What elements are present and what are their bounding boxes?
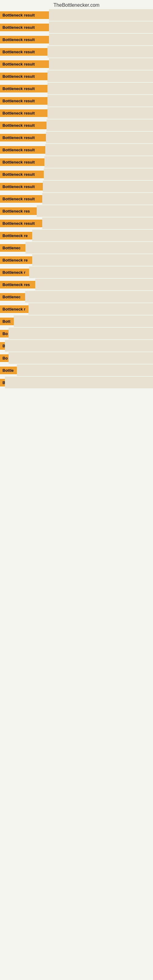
list-item: Bottleneck result [0, 218, 153, 229]
list-item: Bottleneck result [0, 156, 153, 168]
bar-segment [48, 95, 153, 107]
list-item: Bottleneck r [0, 266, 153, 278]
list-item: Bottleneck re [0, 254, 153, 266]
list-item: Bottleneck result [0, 21, 153, 33]
list-item: Bottleneck result [0, 9, 153, 21]
list-item: Bottleneck result [0, 119, 153, 131]
list-item: Bottleneck r [0, 303, 153, 315]
list-item: B [0, 340, 153, 352]
list-item: Bottleneck result [0, 34, 153, 45]
list-item: Bottleneck result [0, 83, 153, 94]
bar-segment [43, 181, 153, 192]
bottleneck-badge[interactable]: Bottleneck result [0, 183, 43, 191]
bottleneck-badge[interactable]: Bottleneck result [0, 85, 48, 92]
list-item: Bo [0, 352, 153, 364]
bottleneck-badge[interactable]: Bottleneck result [0, 134, 46, 142]
list-item [0, 438, 153, 450]
bottleneck-badge[interactable]: Bo [0, 330, 9, 337]
list-item: Bottleneck result [0, 70, 153, 82]
bottleneck-badge[interactable]: Bottleneck r [0, 269, 29, 276]
list-item: Bottlenec [0, 242, 153, 254]
bottleneck-badge[interactable]: Bottleneck r [0, 305, 29, 313]
bottleneck-badge[interactable]: Bottleneck result [0, 146, 45, 154]
bar-segment [45, 144, 153, 156]
list-item: Bottleneck result [0, 144, 153, 156]
bottleneck-badge[interactable]: Bottleneck result [0, 48, 48, 56]
bar-segment [49, 58, 153, 70]
list-item: Bottleneck result [0, 58, 153, 70]
site-title: TheBottlenecker.com [0, 0, 153, 9]
list-item: Bottleneck result [0, 46, 153, 57]
list-item: Bottleneck res [0, 279, 153, 290]
list-item [0, 475, 153, 486]
bar-segment [45, 156, 153, 168]
bottleneck-badge[interactable]: Bott [0, 318, 14, 325]
bar-segment [9, 328, 153, 339]
bar-segment [37, 205, 153, 217]
bottleneck-badge[interactable]: Bottlenec [0, 244, 26, 252]
bar-segment [48, 70, 153, 82]
list-item: Bott [0, 315, 153, 327]
list-item [0, 401, 153, 413]
bottleneck-badge[interactable]: Bottleneck re [0, 256, 32, 264]
bar-segment [48, 83, 153, 94]
bottleneck-badge[interactable]: Bottleneck res [0, 281, 35, 288]
bottleneck-badge[interactable]: Bottleneck result [0, 170, 44, 178]
list-item [0, 426, 153, 438]
bottleneck-badge[interactable]: Bottleneck result [0, 195, 42, 203]
bar-segment [42, 218, 153, 229]
bar-segment [49, 9, 153, 21]
bottleneck-badge[interactable]: Bottleneck result [0, 60, 49, 68]
list-item: Bottleneck result [0, 169, 153, 180]
bottleneck-badge[interactable]: Bottleneck result [0, 11, 49, 19]
bottleneck-badge[interactable]: Bottleneck result [0, 24, 49, 31]
bottleneck-badge[interactable]: Bottleneck result [0, 73, 48, 80]
bar-segment [32, 230, 153, 241]
bottleneck-badge[interactable]: Bottleneck result [0, 97, 48, 105]
bar-segment [49, 34, 153, 45]
bar-segment [48, 46, 153, 57]
list-item: Bottle [0, 364, 153, 376]
list-item [0, 463, 153, 474]
list-item: Bottlenec [0, 291, 153, 302]
bar-segment [46, 119, 153, 131]
bar-segment [26, 242, 153, 254]
bottleneck-badge[interactable]: Bottleneck result [0, 109, 48, 117]
bar-segment [5, 340, 153, 352]
list-item [0, 389, 153, 401]
bar-segment [17, 364, 153, 376]
bar-segment [48, 107, 153, 119]
list-item: Bottleneck result [0, 193, 153, 205]
list-item: Bottleneck res [0, 205, 153, 217]
bar-segment [29, 266, 153, 278]
bottleneck-badge[interactable]: Bottlenec [0, 293, 25, 301]
bottleneck-badge[interactable]: Bottleneck result [0, 122, 46, 129]
bar-segment [29, 303, 153, 315]
bottleneck-badge[interactable]: Bottleneck re [0, 232, 32, 240]
bar-segment [35, 279, 153, 290]
list-item: Bottleneck result [0, 132, 153, 143]
list-item: Bottleneck result [0, 95, 153, 107]
bottleneck-badge[interactable]: B [0, 342, 5, 350]
bottleneck-badge[interactable]: Bo [0, 354, 9, 362]
bottleneck-list: Bottleneck resultBottleneck resultBottle… [0, 9, 153, 486]
bottleneck-badge[interactable]: Bottleneck res [0, 207, 37, 215]
bar-segment [5, 377, 153, 388]
bar-segment [9, 352, 153, 364]
bottleneck-badge[interactable]: B [0, 379, 5, 387]
bar-segment [44, 169, 153, 180]
list-item: B [0, 377, 153, 388]
list-item [0, 414, 153, 425]
bottleneck-badge[interactable]: Bottleneck result [0, 158, 45, 166]
list-item: Bottleneck re [0, 230, 153, 241]
list-item [0, 450, 153, 462]
bar-segment [25, 291, 153, 302]
bar-segment [49, 21, 153, 33]
bar-segment [46, 132, 153, 143]
list-item: Bottleneck result [0, 181, 153, 192]
bar-segment [42, 193, 153, 205]
bottleneck-badge[interactable]: Bottleneck result [0, 36, 49, 43]
bottleneck-badge[interactable]: Bottleneck result [0, 220, 42, 227]
bar-segment [32, 254, 153, 266]
bottleneck-badge[interactable]: Bottle [0, 367, 17, 374]
